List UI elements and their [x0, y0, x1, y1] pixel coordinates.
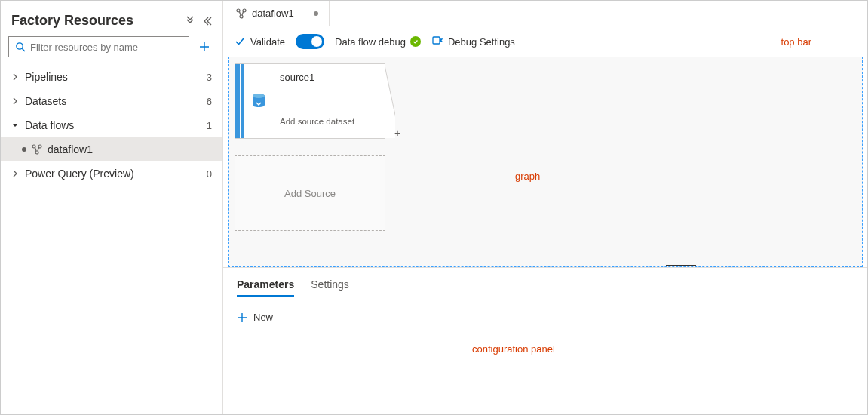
- unsaved-dot-icon: [314, 11, 318, 16]
- config-tab-parameters[interactable]: Parameters: [237, 274, 294, 297]
- tree-label: Pipelines: [25, 71, 68, 83]
- caret-right-icon: [11, 97, 19, 105]
- svg-point-1: [32, 145, 35, 148]
- svg-point-9: [253, 94, 265, 98]
- tree-label: Data flows: [25, 119, 74, 131]
- svg-point-5: [243, 9, 246, 12]
- svg-point-4: [237, 9, 240, 12]
- caret-down-icon: [11, 121, 19, 129]
- tree-count: 3: [207, 72, 212, 83]
- annotation-config: configuration panel: [472, 343, 555, 355]
- add-source-button[interactable]: Add Source: [235, 155, 385, 231]
- expand-all-icon[interactable]: [185, 16, 195, 26]
- configuration-panel: Parameters Settings New configuration pa…: [223, 267, 867, 414]
- add-resource-button[interactable]: [194, 36, 215, 57]
- database-icon: [244, 64, 274, 138]
- node-output-chevron: [385, 64, 395, 138]
- sidebar-title: Factory Resources: [11, 13, 133, 29]
- dataflow-topbar: Validate Data flow debug Debug Settings …: [223, 26, 867, 57]
- tree-item-pipelines[interactable]: Pipelines 3: [1, 65, 222, 89]
- svg-point-3: [35, 151, 38, 154]
- annotation-topbar: top bar: [781, 36, 857, 48]
- svg-rect-7: [433, 37, 440, 44]
- tab-label: dataflow1: [252, 8, 294, 19]
- caret-right-icon: [11, 73, 19, 81]
- unsaved-dot-icon: [22, 147, 26, 152]
- add-source-label: Add Source: [284, 188, 336, 199]
- add-step-button[interactable]: +: [394, 127, 400, 139]
- resource-tree: Pipelines 3 Datasets 6 Data flows 1: [1, 63, 222, 186]
- status-ok-icon: [410, 36, 421, 47]
- filter-input[interactable]: [30, 42, 182, 53]
- factory-resources-sidebar: Factory Resources: [1, 1, 223, 414]
- source-node[interactable]: source1 Add source dataset: [235, 63, 385, 139]
- svg-point-2: [38, 145, 41, 148]
- check-icon: [234, 35, 246, 48]
- debug-settings-button[interactable]: Debug Settings: [431, 35, 515, 49]
- tree-item-powerquery[interactable]: Power Query (Preview) 0: [1, 161, 222, 186]
- svg-point-6: [240, 15, 243, 18]
- dataflow-icon: [235, 8, 247, 20]
- svg-point-0: [17, 43, 23, 49]
- sidebar-header: Factory Resources: [1, 5, 222, 36]
- search-icon: [15, 42, 26, 52]
- filter-box[interactable]: [8, 36, 189, 57]
- config-tab-settings[interactable]: Settings: [311, 274, 349, 297]
- collapse-sidebar-icon[interactable]: [201, 16, 212, 26]
- editor-tabbar: dataflow1: [223, 1, 867, 26]
- tree-label: Power Query (Preview): [25, 168, 134, 180]
- dataflow-icon: [31, 143, 43, 155]
- main-area: dataflow1 Validate Data flow debug Debug: [223, 1, 867, 414]
- tree-item-datasets[interactable]: Datasets 6: [1, 89, 222, 113]
- caret-right-icon: [11, 170, 19, 177]
- source-hint: Add source dataset: [280, 117, 379, 131]
- dataflow-debug-toggle[interactable]: [296, 34, 324, 49]
- tree-item-dataflows[interactable]: Data flows 1: [1, 113, 222, 137]
- config-tabs: Parameters Settings: [223, 268, 867, 297]
- editor-tab-dataflow1[interactable]: dataflow1: [228, 1, 330, 26]
- tree-count: 6: [207, 96, 212, 107]
- dataflow-graph-canvas[interactable]: source1 Add source dataset + Add Source …: [228, 57, 863, 267]
- tree-label: dataflow1: [48, 143, 93, 155]
- new-label: New: [253, 312, 273, 323]
- validate-button[interactable]: Validate: [234, 35, 285, 48]
- filter-row: [1, 36, 222, 63]
- debug-label: Data flow debug: [335, 36, 421, 48]
- tree-item-dataflow1[interactable]: dataflow1: [1, 137, 222, 161]
- debug-settings-label: Debug Settings: [448, 36, 515, 48]
- source-name: source1: [280, 72, 379, 83]
- debug-settings-icon: [431, 35, 443, 49]
- annotation-graph: graph: [515, 171, 540, 182]
- tree-count: 0: [207, 168, 212, 180]
- plus-icon: [237, 312, 247, 323]
- new-parameter-button[interactable]: New: [237, 312, 273, 323]
- validate-label: Validate: [250, 36, 285, 48]
- tree-count: 1: [207, 120, 212, 131]
- tree-label: Datasets: [25, 95, 66, 107]
